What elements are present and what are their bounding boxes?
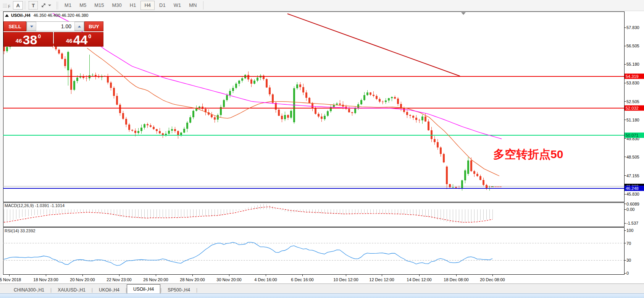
svg-text:0.00: 0.00	[626, 207, 634, 212]
crosshair-grid-button[interactable]: F	[2, 1, 11, 10]
svg-text:55.180: 55.180	[626, 62, 639, 66]
buy-price-button[interactable]: 46 44 0	[54, 32, 103, 47]
svg-text:28 Nov 20:00: 28 Nov 20:00	[180, 277, 205, 282]
volume-decrease-button[interactable]	[27, 22, 36, 31]
svg-text:70: 70	[626, 241, 631, 246]
chevron-down-icon	[48, 5, 51, 6]
collapse-panel-icon[interactable]	[5, 14, 9, 17]
buy-price-sup: 0	[88, 33, 91, 39]
macd-indicator-label: MACD(12,26,9) -1.0391 -1.1014	[5, 203, 65, 208]
text-label-button[interactable]: A	[13, 1, 23, 10]
sell-price-button[interactable]: 46 38 0	[3, 32, 53, 47]
timeframe-mn-button[interactable]: MN	[186, 1, 200, 10]
chart-tabs-bar: CHINA300-,H1|XAUUSD-,H1|UKOil-,H4|USOil-…	[0, 283, 644, 294]
price-axis: 57.83056.50555.18053.83052.50551.18049.8…	[624, 25, 639, 196]
chart-tab-usoil-h4[interactable]: USOil-,H4	[127, 284, 160, 294]
rsi-indicator-label: RSI(14) 33.2392	[5, 228, 36, 233]
volume-input[interactable]	[36, 22, 74, 31]
svg-text:46.248: 46.248	[626, 186, 639, 191]
diagonal-arrows-icon	[40, 2, 47, 8]
svg-text:20 Dec 08:00: 20 Dec 08:00	[480, 277, 505, 282]
timeframe-m15-button[interactable]: M15	[91, 1, 107, 10]
date-axis: 15 Nov 201818 Nov 23:0020 Nov 20:0022 No…	[0, 274, 505, 282]
chart-tab-sp500-h4[interactable]: SP500-,H4	[161, 286, 196, 294]
tab-separator: |	[196, 286, 197, 294]
mt4-terminal: 多空转折点5057.83056.50555.18053.83052.50551.…	[0, 0, 644, 298]
svg-text:12 Dec 12:00: 12 Dec 12:00	[369, 277, 394, 282]
timeframe-toolbar: M1M5M15M30H1H4D1W1MN	[61, 0, 201, 11]
sell-price-prefix: 46	[16, 37, 22, 44]
text-box-button[interactable]: T	[29, 1, 38, 10]
svg-text:-1.537: -1.537	[626, 221, 638, 225]
annotation-text[interactable]: 多空转折点50	[493, 148, 563, 160]
drawing-tools-dropdown-button[interactable]	[39, 1, 52, 10]
chart-tab-china300-h1[interactable]: CHINA300-,H1	[8, 286, 50, 294]
caret-down-icon	[30, 26, 33, 28]
svg-text:22 Nov 23:00: 22 Nov 23:00	[107, 277, 131, 282]
svg-text:57.830: 57.830	[626, 25, 639, 30]
chart-panels	[1, 11, 625, 283]
caret-up-icon	[78, 26, 81, 28]
toolbar-separator	[203, 1, 203, 10]
sell-price-sup: 0	[38, 33, 41, 39]
svg-text:50.071: 50.071	[626, 133, 639, 138]
sell-button[interactable]: SELL	[3, 21, 26, 31]
svg-text:14 Dec 12:00: 14 Dec 12:00	[407, 277, 431, 282]
svg-text:0: 0	[626, 271, 629, 275]
timeframe-h1-button[interactable]: H1	[126, 1, 140, 10]
timeframe-m30-button[interactable]: M30	[109, 1, 125, 10]
toolbar-separator	[25, 1, 25, 10]
buy-button[interactable]: BUY	[84, 21, 103, 31]
timeframe-d1-button[interactable]: D1	[156, 1, 169, 10]
toolbar-grip[interactable]	[56, 2, 58, 9]
timeframe-m5-button[interactable]: M5	[76, 1, 90, 10]
svg-text:26 Nov 20:00: 26 Nov 20:00	[143, 277, 168, 282]
buy-price-big: 44	[73, 34, 88, 45]
svg-text:10 Dec 12:00: 10 Dec 12:00	[333, 277, 358, 282]
dots-grid-icon	[3, 3, 8, 8]
svg-text:45.830: 45.830	[626, 192, 639, 196]
svg-text:52.032: 52.032	[626, 106, 639, 110]
symbol-label: USOil-,H4	[11, 13, 31, 18]
svg-text:47.155: 47.155	[626, 173, 639, 178]
svg-text:30: 30	[626, 258, 631, 262]
timeframe-w1-button[interactable]: W1	[170, 1, 185, 10]
svg-text:0.6089: 0.6089	[626, 202, 639, 206]
svg-text:18 Nov 23:00: 18 Nov 23:00	[33, 277, 58, 282]
svg-text:6 Dec 16:00: 6 Dec 16:00	[291, 277, 313, 282]
svg-text:56.505: 56.505	[626, 44, 639, 48]
grid-f-label: F	[8, 5, 10, 9]
buy-price-prefix: 46	[66, 37, 73, 44]
svg-text:54.319: 54.319	[626, 74, 639, 79]
svg-text:52.505: 52.505	[626, 99, 639, 104]
svg-text:20 Nov 20:00: 20 Nov 20:00	[70, 277, 95, 282]
chart-tab-xauusd-h1[interactable]: XAUUSD-,H1	[52, 286, 92, 294]
svg-text:15 Nov 2018: 15 Nov 2018	[0, 277, 21, 282]
svg-text:48.505: 48.505	[626, 155, 639, 159]
svg-text:100: 100	[626, 228, 633, 233]
status-bar	[0, 293, 644, 298]
volume-stepper	[26, 21, 84, 31]
svg-text:4 Dec 16:00: 4 Dec 16:00	[254, 277, 277, 282]
volume-increase-button[interactable]	[74, 22, 84, 31]
chart-title: USOil-,H4 46.350 46.400 46.320 46.380	[5, 13, 88, 18]
sell-price-big: 38	[23, 34, 37, 45]
timeframe-h4-button[interactable]: H4	[140, 1, 155, 10]
ohlc-values: 46.350 46.400 46.320 46.380	[34, 13, 89, 18]
timeframe-m1-button[interactable]: M1	[61, 1, 75, 10]
svg-text:18 Dec 08:00: 18 Dec 08:00	[444, 277, 468, 282]
chart-tab-ukoil-h4[interactable]: UKOil-,H4	[93, 286, 126, 294]
svg-text:30 Nov 20:00: 30 Nov 20:00	[216, 277, 241, 282]
svg-text:53.830: 53.830	[626, 81, 639, 85]
toolbar: F A T M1M5M15M30H1H4D1W1MN	[0, 0, 644, 11]
svg-text:51.180: 51.180	[626, 118, 639, 122]
one-click-trading-panel: SELL BUY 46 38 0 46 44 0	[3, 21, 103, 47]
